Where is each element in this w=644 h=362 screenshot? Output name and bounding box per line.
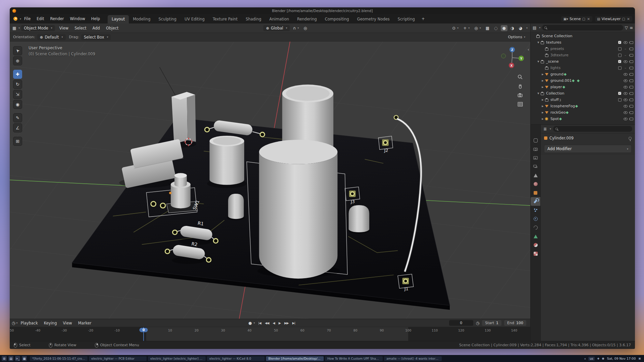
tool-tweak[interactable]: ➤ — [13, 46, 22, 55]
properties-tab-constraints[interactable] — [531, 223, 540, 232]
disable-render-toggle[interactable] — [629, 78, 634, 83]
options-dropdown[interactable]: Options ▾ — [506, 34, 527, 40]
properties-editor-icon[interactable]: ≣ — [543, 127, 547, 131]
tool-transform[interactable]: ◉ — [13, 100, 22, 109]
properties-tab-object[interactable] — [531, 188, 540, 197]
disable-render-toggle[interactable] — [629, 46, 634, 51]
disable-render-toggle[interactable] — [629, 104, 634, 109]
hide-viewport-toggle[interactable] — [623, 72, 628, 77]
outliner-row-scene-collection[interactable]: Scene Collection — [531, 33, 635, 39]
disable-render-toggle[interactable] — [629, 91, 634, 96]
exclude-checkbox[interactable] — [617, 59, 622, 64]
dash-icon[interactable] — [623, 53, 628, 58]
exclude-checkbox[interactable] — [617, 65, 622, 70]
taskbar-window[interactable]: electric_lighter — KiCad 8.0 — [207, 356, 265, 361]
outliner-row-spot[interactable]: ▶Spot — [531, 116, 635, 122]
taskbar-window[interactable]: How To Write A Custom UPF Shader With BG… — [325, 356, 383, 361]
transform-orientation-dropdown[interactable]: ⊕ Global ▾ — [263, 25, 290, 31]
component-led[interactable] — [348, 205, 369, 232]
timeline-menu-view[interactable]: View — [60, 320, 75, 326]
properties-tab-texture[interactable] — [531, 249, 540, 258]
component-box[interactable] — [171, 92, 196, 144]
viewport-menu-view[interactable]: View — [56, 25, 71, 32]
properties-tab-material[interactable] — [531, 241, 540, 249]
expand-caret[interactable]: ▶ — [541, 105, 545, 108]
snap-toggle[interactable]: ∩▾ — [291, 25, 301, 31]
hide-viewport-toggle[interactable] — [623, 97, 628, 102]
outliner-row-ground[interactable]: ▶ground — [531, 71, 635, 77]
properties-tab-view-layer[interactable] — [531, 162, 540, 171]
workspace-tab-texture-paint[interactable]: Texture Paint — [209, 15, 241, 23]
viewport-menu-object[interactable]: Object — [103, 25, 121, 32]
tool-move[interactable]: ✚ — [13, 70, 22, 79]
drag-mode-dropdown[interactable]: Select Box ▾ — [81, 34, 111, 40]
menubar-item-file[interactable]: File — [21, 15, 34, 22]
editor-type-icon[interactable]: ▦ — [12, 26, 16, 31]
taskbar-window[interactable]: *[forty_2024-11-06-15-11-47_crop] (expor… — [30, 356, 88, 361]
visibility-dropdown[interactable]: ⊙▾ — [450, 25, 460, 31]
expand-caret[interactable]: ▶ — [541, 73, 545, 76]
volume-icon[interactable]: ◆ — [597, 357, 599, 360]
viewport-menu-add[interactable]: Add — [90, 25, 103, 32]
hide-viewport-toggle[interactable] — [623, 84, 628, 89]
stopwatch-icon[interactable]: ◷ — [476, 321, 479, 325]
overlays-dropdown[interactable]: ◎▾ — [473, 25, 483, 31]
workspace-tab-compositing[interactable]: Compositing — [321, 15, 353, 23]
disable-render-toggle[interactable] — [629, 110, 634, 115]
component-capacitor[interactable] — [210, 136, 244, 185]
screenshot-icon[interactable]: ▣ — [638, 357, 641, 360]
shading-wireframe-button[interactable]: ◌ — [492, 25, 499, 31]
timeline-editor-icon[interactable]: ◷ — [12, 321, 15, 325]
start-frame-field[interactable]: Start 1 — [482, 320, 501, 326]
disable-render-toggle[interactable] — [629, 59, 634, 64]
component-led[interactable] — [228, 194, 244, 219]
disable-render-toggle[interactable] — [629, 53, 634, 58]
disable-render-toggle[interactable] — [629, 65, 634, 70]
shading-material-button[interactable]: ◑ — [509, 25, 516, 31]
hide-viewport-toggle[interactable] — [623, 116, 628, 121]
properties-tab-modifiers[interactable] — [531, 197, 540, 206]
properties-tab-render[interactable] — [531, 145, 540, 154]
viewport-3d[interactable]: R1 R2 SW1 J1 J2 J3 — [10, 42, 530, 319]
outliner-editor-icon[interactable]: ▤ — [533, 25, 536, 30]
outliner-row-presets[interactable]: presets — [531, 46, 635, 52]
status-dot-icon[interactable]: ● — [602, 357, 604, 360]
remove-viewlayer-icon[interactable]: × — [627, 17, 630, 21]
properties-tab-particles[interactable] — [531, 206, 540, 215]
disable-render-toggle[interactable] — [629, 40, 634, 45]
outliner-row-rockgeo[interactable]: ▶rockGeo — [531, 109, 635, 116]
properties-tab-scene[interactable] — [531, 171, 540, 180]
app-grid-icon[interactable]: ⊞ — [2, 356, 7, 361]
workspace-tab-shading[interactable]: Shading — [241, 15, 265, 23]
component-cylinder-active[interactable] — [259, 140, 337, 279]
terminal-icon[interactable]: >_ — [15, 356, 20, 361]
proportional-editing-toggle[interactable]: ◎ — [302, 25, 309, 31]
expand-caret[interactable]: ▶ — [541, 99, 545, 101]
gizmos-dropdown[interactable]: +▾ — [462, 25, 471, 31]
ortho-grid-icon[interactable] — [517, 101, 524, 108]
expand-caret[interactable]: ▶ — [541, 79, 545, 82]
outliner-row-stuff[interactable]: ▶stuff3 — [531, 97, 635, 103]
end-frame-field[interactable]: End 100 — [504, 320, 526, 326]
hide-viewport-toggle[interactable] — [623, 40, 628, 45]
taskbar-window[interactable]: electric_lighter — PCB Editor — [89, 356, 147, 361]
auto-keyframe-button[interactable]: ●▾ — [247, 320, 257, 326]
next-keyframe-button[interactable]: ▶▶ — [283, 321, 290, 325]
tool-measure[interactable]: ∠ — [13, 123, 22, 132]
file-manager-icon[interactable]: ▤ — [8, 356, 13, 361]
add-workspace-button[interactable]: + — [419, 15, 428, 23]
workspace-tab-rendering[interactable]: Rendering — [293, 15, 321, 23]
exclude-checkbox[interactable] — [617, 40, 622, 45]
gizmo-axis-neg-y[interactable] — [501, 54, 506, 58]
orientation-default-dropdown[interactable]: ⊕ Default ▾ — [37, 34, 66, 40]
workspace-tab-uv-editing[interactable]: UV Editing — [180, 15, 209, 23]
expand-caret[interactable]: ▼ — [536, 41, 540, 44]
camera-view-icon[interactable] — [517, 92, 524, 99]
timeline-menu-playback[interactable]: Playback — [18, 320, 41, 326]
timeline-ruler[interactable]: -50-40-30-20-101020304050607080901001101… — [10, 327, 530, 341]
tool-add-cube[interactable]: ⊞ — [13, 137, 22, 146]
sidebar-collapse-arrow[interactable]: ‹ — [528, 47, 529, 52]
window-titlebar[interactable]: Blender [/home/amalie/Desktop/blender/ci… — [10, 7, 635, 14]
new-scene-icon[interactable]: ▢ — [582, 17, 585, 21]
properties-search-input[interactable] — [553, 126, 632, 132]
